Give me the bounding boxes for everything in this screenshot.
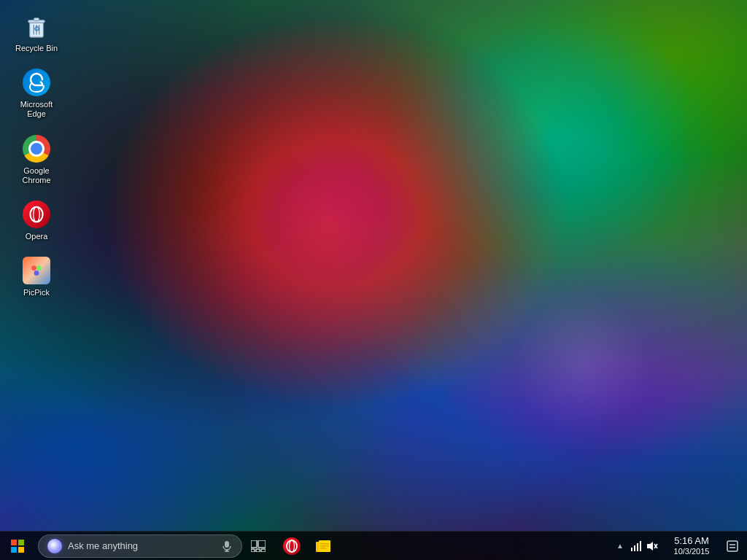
picpick-icon (22, 256, 51, 285)
svg-rect-15 (11, 547, 17, 553)
desktop-icon-opera[interactable]: Opera (7, 195, 66, 246)
desktop-icon-google-chrome[interactable]: Google Chrome (7, 130, 66, 190)
svg-text:♻: ♻ (34, 25, 40, 33)
system-tray: ▲ (610, 532, 747, 561)
cortana-icon (47, 539, 62, 553)
svg-rect-23 (256, 549, 260, 552)
chrome-label: Google Chrome (10, 166, 63, 185)
opera-icon (22, 200, 51, 229)
pinned-opera-icon (283, 537, 301, 555)
svg-rect-21 (258, 540, 266, 548)
chrome-icon (22, 134, 51, 163)
svg-point-9 (34, 207, 40, 222)
svg-point-25 (287, 540, 297, 552)
search-placeholder-text: Ask me anything (68, 540, 215, 551)
tray-icons: ▲ (610, 532, 662, 561)
network-tray-icon[interactable] (629, 532, 643, 561)
svg-rect-35 (640, 541, 641, 551)
svg-point-10 (31, 265, 36, 271)
recycle-bin-label: Recycle Bin (15, 44, 58, 53)
svg-rect-14 (18, 540, 24, 545)
volume-tray-icon[interactable] (645, 532, 659, 561)
svg-rect-30 (320, 545, 329, 547)
svg-point-8 (30, 207, 42, 222)
picpick-label: PicPick (23, 288, 50, 298)
svg-rect-32 (631, 548, 632, 551)
edge-icon (22, 68, 51, 97)
svg-point-12 (34, 271, 39, 276)
date-display: 10/3/2015 (674, 547, 710, 556)
start-button[interactable] (0, 532, 35, 561)
taskbar: Ask me anything (0, 531, 747, 560)
pinned-file-explorer[interactable] (308, 532, 340, 561)
cortana-search-bar[interactable]: Ask me anything (38, 534, 242, 558)
desktop-icon-microsoft-edge[interactable]: Microsoft Edge (7, 63, 66, 123)
svg-marker-36 (647, 542, 653, 551)
svg-rect-39 (727, 541, 738, 551)
svg-rect-24 (261, 549, 266, 552)
opera-label: Opera (26, 232, 48, 241)
svg-rect-20 (251, 540, 257, 548)
desktop-icon-picpick[interactable]: PicPick (7, 252, 66, 302)
task-view-button[interactable] (244, 532, 273, 561)
svg-point-26 (290, 540, 295, 552)
svg-rect-3 (34, 18, 39, 21)
desktop-icon-recycle-bin[interactable]: ♻ Recycle Bin (7, 7, 66, 58)
wallpaper (0, 0, 747, 560)
pinned-explorer-icon (315, 537, 333, 555)
svg-rect-17 (225, 541, 229, 548)
svg-rect-22 (251, 549, 255, 552)
svg-rect-13 (11, 540, 17, 545)
recycle-bin-icon: ♻ (22, 12, 51, 41)
svg-rect-31 (320, 548, 326, 549)
pinned-opera[interactable] (276, 532, 308, 561)
pinned-apps (276, 532, 340, 561)
svg-rect-16 (18, 547, 24, 553)
microphone-icon (221, 540, 233, 552)
svg-rect-33 (634, 545, 635, 551)
notification-center-button[interactable] (721, 532, 744, 561)
svg-rect-34 (637, 543, 638, 551)
clock-area[interactable]: 5:16 AM 10/3/2015 (662, 532, 721, 561)
time-display: 5:16 AM (674, 535, 709, 547)
show-hidden-tray-icons[interactable]: ▲ (613, 532, 627, 561)
svg-point-11 (36, 265, 42, 271)
desktop-icons: ♻ Recycle Bin Microsoft Edge Go (7, 7, 66, 302)
desktop: ♻ Recycle Bin Microsoft Edge Go (0, 0, 747, 560)
svg-rect-29 (320, 543, 329, 545)
edge-label: Microsoft Edge (10, 100, 63, 119)
